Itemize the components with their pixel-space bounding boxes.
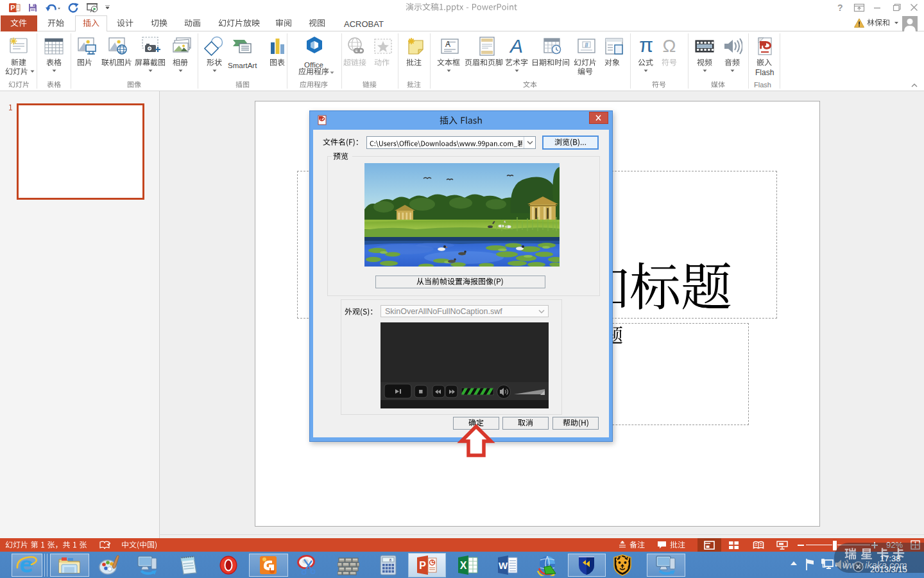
svg-text:W: W	[499, 560, 508, 571]
svg-text:P: P	[10, 4, 15, 12]
svg-text:Ω: Ω	[663, 36, 676, 56]
svg-text:P: P	[419, 560, 426, 571]
svg-text:A: A	[509, 36, 523, 57]
svg-text:#: #	[585, 42, 588, 49]
svg-text:π: π	[639, 35, 653, 57]
svg-text:A: A	[445, 40, 450, 49]
svg-text:?: ?	[837, 3, 843, 13]
svg-text:X: X	[460, 560, 467, 571]
